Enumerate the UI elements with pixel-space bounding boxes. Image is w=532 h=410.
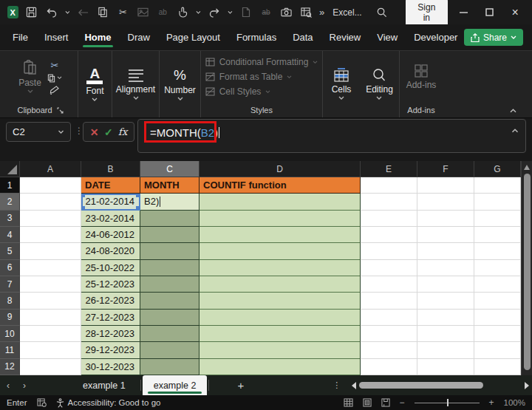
cell-B12[interactable]: 30-12-2023 — [81, 359, 140, 375]
cell-A9[interactable] — [20, 310, 81, 326]
cell-B7[interactable]: 25-12-2023 — [81, 276, 140, 293]
cell-F7[interactable] — [417, 276, 474, 293]
sheet-tab-example-1[interactable]: example 1 — [68, 375, 140, 395]
menu-tab-insert[interactable]: Insert — [36, 27, 77, 47]
format-as-table-button[interactable]: Format as Table — [205, 72, 318, 82]
row-header-11[interactable]: 11 — [0, 342, 20, 358]
maximize-button[interactable] — [480, 4, 499, 21]
row-header-10[interactable]: 10 — [0, 326, 20, 342]
editing-button[interactable]: Editing — [366, 68, 393, 100]
cell-D8[interactable] — [200, 293, 361, 309]
addins-button[interactable]: Add-ins — [406, 64, 437, 90]
cell-E10[interactable] — [361, 326, 417, 342]
cell-D11[interactable] — [200, 342, 361, 358]
cell-D3[interactable] — [200, 211, 361, 227]
cell-G2[interactable] — [474, 194, 521, 210]
cell-E5[interactable] — [361, 243, 417, 259]
close-button[interactable]: × — [505, 4, 525, 21]
clipboard-dialog-launcher-icon[interactable] — [57, 107, 64, 114]
cell-D2[interactable] — [200, 194, 361, 210]
enter-icon[interactable]: ✓ — [104, 126, 113, 138]
zoom-slider[interactable] — [415, 398, 480, 407]
copy-icon[interactable] — [96, 6, 109, 19]
cell-G5[interactable] — [474, 243, 521, 259]
cell-B10[interactable]: 28-12-2023 — [81, 326, 140, 342]
redo-chevron-icon[interactable] — [228, 10, 233, 15]
scroll-left-icon[interactable] — [352, 382, 356, 389]
cell-D4[interactable] — [200, 227, 361, 243]
cell-B6[interactable]: 25-10-2022 — [81, 260, 140, 276]
cell-G10[interactable] — [474, 326, 521, 342]
cell-E3[interactable] — [361, 211, 417, 227]
menu-tab-developer[interactable]: Developer — [406, 27, 466, 47]
copy-button[interactable] — [47, 74, 62, 83]
menu-tab-page-layout[interactable]: Page Layout — [158, 27, 228, 47]
cell-G1[interactable] — [474, 177, 521, 194]
column-header-e[interactable]: E — [361, 161, 417, 177]
cell-A2[interactable] — [20, 194, 81, 210]
number-button[interactable]: % Number — [164, 67, 196, 101]
menu-tab-draw[interactable]: Draw — [120, 27, 158, 47]
row-header-3[interactable]: 3 — [0, 211, 20, 227]
sign-in-button[interactable]: Sign in — [406, 0, 448, 26]
menu-tab-formulas[interactable]: Formulas — [228, 27, 284, 47]
alignment-button[interactable]: Alignment — [116, 68, 155, 100]
cell-A1[interactable] — [20, 177, 81, 194]
cell-A10[interactable] — [20, 326, 81, 342]
macro-record-icon[interactable] — [37, 398, 47, 407]
cancel-icon[interactable]: ✕ — [90, 126, 99, 138]
row-header-5[interactable]: 5 — [0, 243, 20, 259]
cell-A3[interactable] — [20, 211, 81, 227]
cell-A5[interactable] — [20, 243, 81, 259]
cell-C8[interactable] — [140, 293, 200, 309]
menu-tab-data[interactable]: Data — [284, 27, 321, 47]
cell-E6[interactable] — [361, 260, 417, 276]
share-button[interactable]: Share — [464, 29, 523, 46]
cell-F1[interactable] — [417, 177, 474, 194]
cell-C1[interactable]: MONTH — [140, 177, 200, 194]
cell-B2[interactable]: 21-02-2014 — [81, 194, 140, 210]
cell-E9[interactable] — [361, 310, 417, 326]
cell-E4[interactable] — [361, 227, 417, 243]
more-commands-icon[interactable]: » — [319, 7, 324, 18]
menu-tab-view[interactable]: View — [369, 27, 406, 47]
row-header-8[interactable]: 8 — [0, 293, 20, 309]
cell-F10[interactable] — [417, 326, 474, 342]
cell-B9[interactable]: 27-12-2023 — [81, 310, 140, 326]
undo-icon[interactable] — [45, 6, 58, 19]
scroll-up-icon[interactable] — [524, 165, 530, 170]
cell-A6[interactable] — [20, 260, 81, 276]
paste-button[interactable]: Paste — [18, 60, 41, 94]
row-header-2[interactable]: 2 — [0, 194, 20, 210]
cut-icon[interactable]: ✂ — [116, 6, 129, 19]
cell-D5[interactable] — [200, 243, 361, 259]
cell-E8[interactable] — [361, 293, 417, 309]
cell-C10[interactable] — [140, 326, 200, 342]
menu-tab-home[interactable]: Home — [76, 27, 119, 47]
cell-F12[interactable] — [417, 359, 474, 375]
cell-F6[interactable] — [417, 260, 474, 276]
tab-options-icon[interactable]: ⋮ — [332, 380, 341, 390]
cell-B4[interactable]: 24-06-2012 — [81, 227, 140, 243]
conditional-formatting-button[interactable]: Conditional Formatting — [205, 57, 318, 67]
cell-E2[interactable] — [361, 194, 417, 210]
row-header-6[interactable]: 6 — [0, 260, 20, 276]
camera-icon[interactable] — [279, 6, 293, 19]
cell-D12[interactable] — [200, 359, 361, 375]
row-header-9[interactable]: 9 — [0, 310, 20, 326]
cell-B3[interactable]: 23-02-2014 — [81, 211, 140, 227]
cell-G11[interactable] — [474, 342, 521, 358]
cell-E11[interactable] — [361, 342, 417, 358]
menu-tab-file[interactable]: File — [4, 27, 36, 47]
column-header-c[interactable]: C — [140, 161, 200, 177]
cell-G4[interactable] — [474, 227, 521, 243]
insert-function-icon[interactable]: fx — [118, 126, 127, 137]
format-painter-button[interactable] — [50, 86, 59, 95]
vertical-scrollbar-thumb[interactable] — [524, 174, 531, 370]
cell-B8[interactable]: 26-12-2023 — [81, 293, 140, 309]
cell-G3[interactable] — [474, 211, 521, 227]
row-header-12[interactable]: 12 — [0, 359, 20, 375]
accessibility-status[interactable]: Accessibility: Good to go — [68, 398, 161, 407]
column-header-f[interactable]: F — [417, 161, 474, 177]
horizontal-scrollbar-track[interactable] — [359, 382, 522, 389]
